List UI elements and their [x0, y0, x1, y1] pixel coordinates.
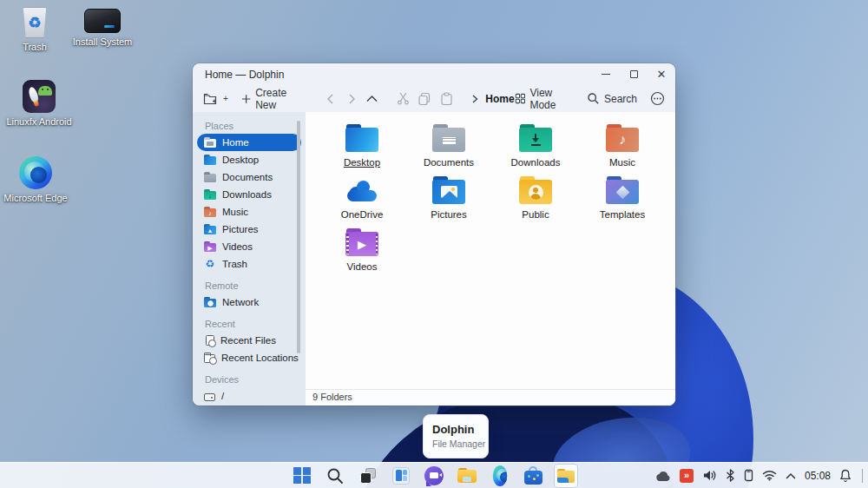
- up-button[interactable]: [365, 93, 378, 105]
- chat-icon: [424, 466, 444, 485]
- store-button[interactable]: [522, 465, 544, 487]
- sidebar-item-network[interactable]: Network: [193, 293, 306, 311]
- downloads-folder-icon: ↓: [204, 191, 216, 200]
- edge-icon: [493, 465, 507, 486]
- speaker-icon: [702, 469, 717, 482]
- documents-folder-icon: [204, 174, 216, 182]
- sidebar-item-desktop[interactable]: Desktop: [193, 151, 306, 168]
- sidebar-item-recent-locations[interactable]: Recent Locations: [193, 349, 306, 366]
- new-tab-button[interactable]: +: [203, 92, 228, 106]
- sidebar-scrollbar[interactable]: [297, 121, 300, 353]
- sidebar-item-downloads[interactable]: ↓ Downloads: [193, 186, 306, 203]
- sidebar-item-videos[interactable]: ▶ Videos: [193, 238, 306, 255]
- places-panel: Places Home Desktop Documents ↓ Download…: [193, 112, 306, 406]
- desktop-icon-install-system[interactable]: Install System: [69, 3, 135, 47]
- folder-item-desktop[interactable]: Desktop: [319, 124, 405, 176]
- bluetooth-tray-icon[interactable]: [726, 469, 735, 482]
- desktop-icon-linuxfx-android[interactable]: Linuxfx Android: [2, 80, 76, 127]
- folder-item-onedrive[interactable]: OneDrive: [319, 176, 405, 228]
- cut-button[interactable]: [397, 92, 410, 105]
- chat-button[interactable]: [423, 465, 445, 487]
- section-header: Places: [205, 121, 306, 131]
- copy-button[interactable]: [418, 92, 431, 106]
- tray-overflow-chevron[interactable]: [786, 472, 796, 479]
- dolphin-taskbar-button[interactable]: [555, 465, 577, 487]
- trash-icon: ♻: [22, 7, 48, 38]
- home-folder-icon: [204, 139, 216, 148]
- search-icon: [326, 467, 344, 485]
- status-text: 9 Folders: [312, 392, 352, 402]
- back-button[interactable]: [325, 93, 337, 105]
- forward-button[interactable]: [345, 93, 358, 105]
- sidebar-item-root-device[interactable]: /: [193, 387, 306, 405]
- folder-item-videos[interactable]: ▶ Videos: [319, 228, 405, 280]
- folder-item-public[interactable]: Public: [492, 176, 579, 228]
- desktop-icon-microsoft-edge[interactable]: Microsoft Edge: [2, 156, 69, 203]
- menu-button[interactable]: [650, 91, 665, 106]
- maximize-button[interactable]: [620, 63, 648, 85]
- edge-icon: [19, 156, 52, 189]
- music-folder-icon: ♪: [605, 124, 640, 154]
- folder-label: Music: [609, 157, 635, 168]
- folder-item-templates[interactable]: Templates: [579, 176, 666, 228]
- create-new-label: Create New: [255, 87, 306, 111]
- onedrive-cloud-icon: [345, 181, 378, 203]
- volume-tray-icon[interactable]: [702, 469, 717, 482]
- sidebar-item-label: Pictures: [222, 224, 259, 234]
- taskbar-tooltip: Dolphin File Manager: [423, 414, 489, 458]
- view-mode-button[interactable]: View Mode: [515, 87, 574, 111]
- sidebar-item-label: Home: [222, 137, 249, 148]
- chevron-right-icon: [470, 94, 479, 104]
- cloud-sync-tray-icon[interactable]: [655, 470, 671, 482]
- tooltip-title: Dolphin: [432, 423, 479, 436]
- start-button[interactable]: [291, 465, 313, 487]
- taskbar-search-button[interactable]: [324, 465, 346, 487]
- breadcrumb-home[interactable]: Home: [485, 93, 514, 105]
- task-view-button[interactable]: [357, 465, 379, 487]
- show-desktop-button[interactable]: [862, 469, 863, 483]
- file-explorer-icon: [457, 468, 477, 484]
- recent-locations-icon: [204, 354, 215, 363]
- widgets-button[interactable]: [390, 465, 412, 487]
- sidebar-item-documents[interactable]: Documents: [193, 168, 306, 186]
- sidebar-item-home[interactable]: Home: [197, 134, 301, 151]
- sidebar-item-trash[interactable]: ♻ Trash: [193, 255, 306, 273]
- create-new-button[interactable]: Create New: [241, 87, 307, 111]
- remote-access-tray-icon[interactable]: »: [680, 469, 694, 483]
- sidebar-item-label: Recent Locations: [221, 353, 299, 363]
- paste-button[interactable]: [440, 92, 453, 106]
- folder-item-pictures[interactable]: Pictures: [405, 176, 492, 228]
- desktop-icon-label: Microsoft Edge: [3, 193, 67, 203]
- usb-device-tray-icon[interactable]: [744, 469, 753, 482]
- edge-button[interactable]: [489, 465, 511, 487]
- desktop-icon-trash[interactable]: ♻ Trash: [10, 7, 59, 52]
- sidebar-item-pictures[interactable]: ▲ Pictures: [193, 221, 306, 238]
- templates-folder-icon: [605, 176, 640, 206]
- desktop-icon-label: Install System: [73, 36, 132, 47]
- sidebar-item-recent-files[interactable]: Recent Files: [193, 332, 306, 349]
- wifi-tray-icon[interactable]: [762, 470, 777, 481]
- search-button[interactable]: Search: [587, 92, 637, 105]
- sidebar-item-music[interactable]: ♪ Music: [193, 203, 306, 221]
- taskbar-clock[interactable]: 05:08: [805, 470, 831, 482]
- close-button[interactable]: ✕: [648, 63, 675, 85]
- recycle-icon: ♻: [204, 259, 216, 269]
- windows-start-icon: [293, 467, 311, 485]
- titlebar[interactable]: Home — Dolphin ✕: [193, 63, 675, 85]
- file-explorer-button[interactable]: [456, 465, 478, 487]
- folder-item-downloads[interactable]: Downloads: [492, 124, 579, 176]
- desktop-icon-label: Linuxfx Android: [6, 116, 71, 127]
- folder-label: Videos: [347, 261, 378, 272]
- toolbar: + Create New: [193, 85, 675, 112]
- notifications-button[interactable]: [839, 469, 852, 483]
- downloads-folder-icon: [518, 124, 553, 154]
- breadcrumb[interactable]: Home: [470, 93, 514, 105]
- sidebar-item-label: Network: [222, 297, 259, 307]
- copy-icon: [418, 92, 431, 106]
- folder-item-documents[interactable]: Documents: [405, 124, 492, 176]
- hard-drive-icon: [204, 393, 215, 401]
- minimize-button[interactable]: [592, 63, 620, 85]
- folder-item-music[interactable]: ♪ Music: [579, 124, 666, 176]
- chevron-up-icon: [786, 472, 796, 479]
- drive-icon: [84, 9, 121, 33]
